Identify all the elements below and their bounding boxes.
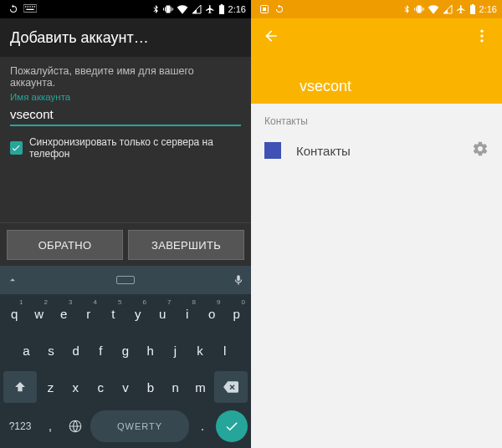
key-p[interactable]: p0 <box>226 298 248 329</box>
checkbox-label: Синхронизировать только с сервера на тел… <box>29 136 241 160</box>
key-x[interactable]: x <box>64 371 87 403</box>
keyboard-row-bottom: ?123 , QWERTY . <box>0 408 251 445</box>
sync-only-checkbox-row[interactable]: Синхронизировать только с сервера на тел… <box>10 136 241 160</box>
key-f[interactable]: f <box>90 334 112 366</box>
key-t[interactable]: t5 <box>102 298 125 329</box>
key-comma[interactable]: , <box>40 410 60 442</box>
svg-point-9 <box>480 30 483 33</box>
account-name-input[interactable]: vsecont <box>10 102 241 126</box>
bluetooth-icon <box>402 4 411 14</box>
finish-button[interactable]: ЗАВЕРШИТЬ <box>128 230 244 260</box>
keyboard-row-3: z x c v b n m <box>3 371 248 403</box>
status-clock: 2:16 <box>228 4 246 14</box>
svg-rect-2 <box>28 6 28 7</box>
status-clock: 2:16 <box>479 4 497 14</box>
mic-icon[interactable] <box>233 274 244 286</box>
back-button[interactable]: ОБРАТНО <box>7 230 123 260</box>
key-b[interactable]: b <box>139 371 161 403</box>
key-w[interactable]: w2 <box>28 298 51 329</box>
key-symbols[interactable]: ?123 <box>3 410 37 442</box>
screenshot-icon <box>259 4 269 14</box>
key-shift[interactable] <box>3 371 37 403</box>
signal-icon <box>443 4 453 14</box>
key-d[interactable]: d <box>64 334 87 366</box>
key-i[interactable]: i8 <box>177 298 199 329</box>
key-backspace[interactable] <box>214 371 248 403</box>
soft-keyboard[interactable]: q1 w2 e3 r4 t5 y6 u7 i8 o9 p0 a s d f g <box>0 266 251 448</box>
key-r[interactable]: r4 <box>78 298 100 329</box>
key-space[interactable]: QWERTY <box>90 410 189 442</box>
keyboard-suggestions[interactable] <box>116 276 135 284</box>
sync-icon <box>8 4 18 14</box>
key-s[interactable]: s <box>40 334 63 366</box>
keyboard-row-2: a s d f g h j k l <box>3 334 248 366</box>
key-l[interactable]: l <box>213 334 236 366</box>
svg-rect-1 <box>25 6 26 7</box>
battery-icon <box>469 4 476 14</box>
appbar-title: vsecont <box>300 78 351 95</box>
key-j[interactable]: j <box>164 334 187 366</box>
field-label: Имя аккаунта <box>10 92 241 102</box>
wifi-icon <box>177 4 188 14</box>
list-item-label: Контакты <box>296 144 457 158</box>
keyboard-row-1: q1 w2 e3 r4 t5 y6 u7 i8 o9 p0 <box>3 298 248 329</box>
contacts-app-icon <box>264 142 281 159</box>
svg-rect-5 <box>34 6 35 7</box>
svg-rect-4 <box>32 6 33 7</box>
status-bar: 2:16 <box>0 0 251 18</box>
svg-point-11 <box>480 39 483 42</box>
svg-rect-0 <box>23 4 37 12</box>
contacts-list-item[interactable]: Контакты <box>251 134 502 167</box>
key-n[interactable]: n <box>164 371 187 403</box>
settings-button[interactable] <box>472 140 489 160</box>
button-bar: ОБРАТНО ЗАВЕРШИТЬ <box>0 222 251 267</box>
back-button[interactable] <box>256 21 286 51</box>
prompt-text: Пожалуйста, введите имя для вашего аккау… <box>10 65 241 89</box>
key-g[interactable]: g <box>115 334 137 366</box>
window-title: Добавить аккаунт… <box>0 18 251 57</box>
signal-icon <box>192 4 202 14</box>
key-o[interactable]: o9 <box>201 298 223 329</box>
airplane-icon <box>205 4 215 14</box>
bluetooth-icon <box>151 4 160 14</box>
key-e[interactable]: e3 <box>53 298 75 329</box>
key-c[interactable]: c <box>90 371 112 403</box>
key-q[interactable]: q1 <box>3 298 26 329</box>
key-k[interactable]: k <box>189 334 212 366</box>
key-u[interactable]: u7 <box>151 298 174 329</box>
key-language[interactable] <box>64 410 87 442</box>
svg-point-10 <box>480 34 483 37</box>
checkbox-checked-icon[interactable] <box>10 141 23 155</box>
key-m[interactable]: m <box>189 371 212 403</box>
airplane-icon <box>456 4 466 14</box>
key-a[interactable]: a <box>15 334 38 366</box>
app-bar: vsecont <box>251 18 502 104</box>
vibrate-icon <box>163 4 173 14</box>
keyboard-indicator-icon <box>23 4 37 14</box>
key-y[interactable]: y6 <box>127 298 150 329</box>
key-z[interactable]: z <box>39 371 62 403</box>
expand-keyboard-icon[interactable] <box>7 274 18 286</box>
svg-rect-6 <box>26 9 33 10</box>
sync-icon <box>274 4 284 14</box>
svg-rect-3 <box>29 6 30 7</box>
key-enter[interactable] <box>216 410 248 442</box>
wifi-icon <box>428 4 439 14</box>
key-period[interactable]: . <box>192 410 213 442</box>
battery-icon <box>218 4 225 14</box>
key-v[interactable]: v <box>115 371 137 403</box>
overflow-menu-button[interactable] <box>467 21 497 51</box>
key-h[interactable]: h <box>139 334 161 366</box>
section-header: Контакты <box>251 104 502 134</box>
status-bar: 2:16 <box>251 0 502 18</box>
vibrate-icon <box>414 4 424 14</box>
